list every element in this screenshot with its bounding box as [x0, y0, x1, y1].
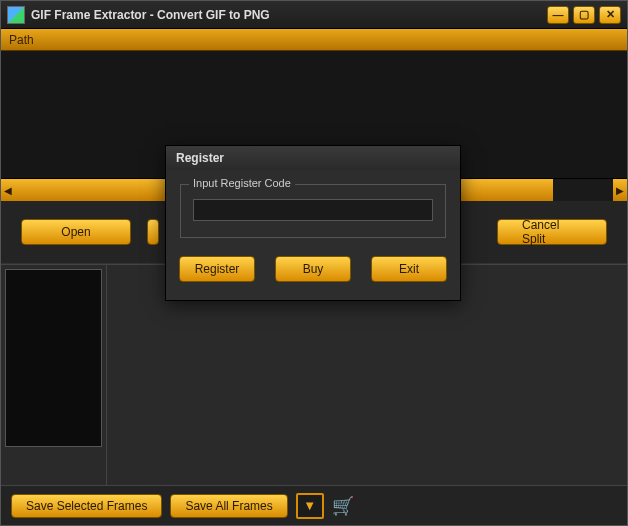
footer: Save Selected Frames Save All Frames ▼ 🛒	[1, 485, 627, 525]
register-button[interactable]: Register	[179, 256, 255, 282]
thumbnail-placeholder[interactable]	[5, 269, 102, 447]
window-controls: — ▢ ✕	[547, 6, 621, 24]
filmstrip-right-arrow[interactable]: ▶	[613, 179, 627, 201]
exit-button[interactable]: Exit	[371, 256, 447, 282]
register-code-label: Input Register Code	[189, 177, 295, 189]
save-selected-frames-button[interactable]: Save Selected Frames	[11, 494, 162, 518]
path-bar: Path	[1, 29, 627, 51]
app-window: GIF Frame Extractor - Convert GIF to PNG…	[0, 0, 628, 526]
cancel-split-button[interactable]: Cancel Split	[497, 219, 607, 245]
window-title: GIF Frame Extractor - Convert GIF to PNG	[31, 8, 547, 22]
thumbnail-column	[1, 265, 107, 485]
dialog-buttons: Register Buy Exit	[166, 248, 460, 300]
filmstrip-left-arrow[interactable]: ◀	[1, 179, 15, 201]
titlebar: GIF Frame Extractor - Convert GIF to PNG…	[1, 1, 627, 29]
open-button[interactable]: Open	[21, 219, 131, 245]
maximize-button[interactable]: ▢	[573, 6, 595, 24]
chevron-down-icon: ▼	[303, 498, 316, 513]
minimize-button[interactable]: —	[547, 6, 569, 24]
cart-icon[interactable]: 🛒	[332, 495, 354, 517]
register-code-input[interactable]	[193, 199, 433, 221]
buy-button[interactable]: Buy	[275, 256, 351, 282]
save-all-frames-button[interactable]: Save All Frames	[170, 494, 287, 518]
register-dialog: Register Input Register Code Register Bu…	[165, 145, 461, 301]
dialog-title: Register	[166, 146, 460, 170]
format-dropdown-button[interactable]: ▼	[296, 493, 324, 519]
app-icon	[7, 6, 25, 24]
path-label: Path	[9, 33, 34, 47]
close-button[interactable]: ✕	[599, 6, 621, 24]
hidden-button-stub[interactable]	[147, 219, 159, 245]
register-code-group: Input Register Code	[180, 184, 446, 238]
